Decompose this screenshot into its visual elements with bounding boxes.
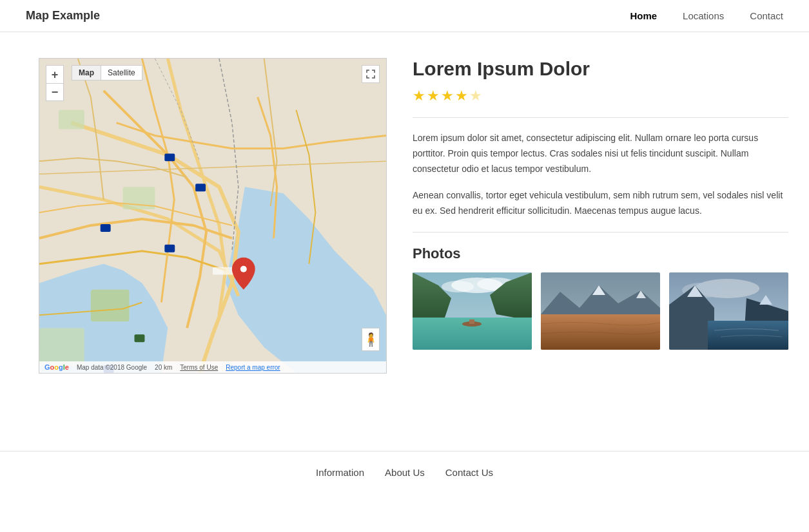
footer-link-about[interactable]: About Us <box>385 467 425 478</box>
zoom-out-button[interactable]: − <box>46 83 64 101</box>
nav-brand: Map Example <box>26 9 100 23</box>
nav-link-contact[interactable]: Contact <box>750 10 783 21</box>
map-footer: Google Map data ©2018 Google 20 km Terms… <box>39 361 386 373</box>
svg-point-7 <box>240 266 247 272</box>
info-title: Lorem Ipsum Dolor <box>413 58 788 80</box>
pegman-button[interactable]: 🧍 <box>362 328 380 351</box>
footer: Information About Us Contact Us <box>0 451 809 494</box>
map-data-label: Map data ©2018 Google <box>77 364 147 371</box>
svg-rect-1 <box>59 110 84 129</box>
footer-link-information[interactable]: Information <box>316 467 364 478</box>
photo-3-image <box>669 272 788 350</box>
svg-rect-21 <box>469 319 474 324</box>
map-type-map-button[interactable]: Map <box>72 65 101 81</box>
nav-link-locations[interactable]: Locations <box>683 10 724 21</box>
photos-title: Photos <box>413 245 788 262</box>
photo-1[interactable] <box>413 272 532 350</box>
map-background <box>39 59 386 373</box>
map-fullscreen-button[interactable] <box>362 65 380 83</box>
svg-rect-10 <box>101 224 111 232</box>
info-paragraph-2: Aenean convallis, tortor eget vehicula v… <box>413 188 788 219</box>
svg-point-18 <box>442 281 474 292</box>
footer-links: Information About Us Contact Us <box>0 467 809 479</box>
photos-grid <box>413 272 788 350</box>
footer-item-about[interactable]: About Us <box>385 467 425 479</box>
svg-rect-12 <box>134 334 144 342</box>
photo-2[interactable] <box>541 272 660 350</box>
nav-links: Home Locations Contact <box>630 10 783 22</box>
nav-item-contact[interactable]: Contact <box>750 10 783 22</box>
star-4: ★ <box>455 88 468 104</box>
star-3: ★ <box>441 88 454 104</box>
info-section: Lorem Ipsum Dolor ★ ★ ★ ★ ★ Lorem ipsum … <box>413 58 788 374</box>
footer-link-contact[interactable]: Contact Us <box>445 467 493 478</box>
map-section: + − Map Satellite 🧍 Google Map data ©201… <box>39 58 387 374</box>
star-5: ★ <box>469 88 482 104</box>
svg-rect-3 <box>91 290 130 322</box>
star-2: ★ <box>427 88 440 104</box>
star-rating: ★ ★ ★ ★ ★ <box>413 88 788 104</box>
nav-item-home[interactable]: Home <box>630 10 657 22</box>
nav-link-home[interactable]: Home <box>630 10 657 21</box>
info-paragraph-1: Lorem ipsum dolor sit amet, consectetur … <box>413 131 788 176</box>
map-controls: + − <box>46 65 64 101</box>
navbar: Map Example Home Locations Contact <box>0 0 809 32</box>
svg-rect-9 <box>195 184 206 191</box>
photo-3[interactable] <box>669 272 788 350</box>
main-content: + − Map Satellite 🧍 Google Map data ©201… <box>0 32 809 399</box>
google-logo: Google <box>44 363 69 371</box>
pegman-icon: 🧍 <box>363 332 379 347</box>
map-type-satellite-button[interactable]: Satellite <box>101 65 142 81</box>
spacer <box>0 399 809 451</box>
map-type-buttons: Map Satellite <box>72 65 142 81</box>
map-terms-link[interactable]: Terms of Use <box>180 364 218 371</box>
divider-bottom <box>413 232 788 233</box>
fullscreen-icon <box>366 70 375 79</box>
star-1: ★ <box>413 88 425 104</box>
footer-item-information[interactable]: Information <box>316 467 364 479</box>
map-container: + − Map Satellite 🧍 Google Map data ©201… <box>39 58 387 374</box>
photo-1-image <box>413 272 532 350</box>
map-scale-label: 20 km <box>155 364 172 371</box>
zoom-in-button[interactable]: + <box>46 65 64 83</box>
svg-rect-11 <box>164 245 175 252</box>
footer-item-contact[interactable]: Contact Us <box>445 467 493 479</box>
nav-item-locations[interactable]: Locations <box>683 10 724 22</box>
divider-top <box>413 117 788 118</box>
photo-2-image <box>541 272 660 350</box>
map-report-link[interactable]: Report a map error <box>226 364 280 371</box>
svg-rect-8 <box>164 153 175 161</box>
svg-rect-23 <box>541 314 660 350</box>
